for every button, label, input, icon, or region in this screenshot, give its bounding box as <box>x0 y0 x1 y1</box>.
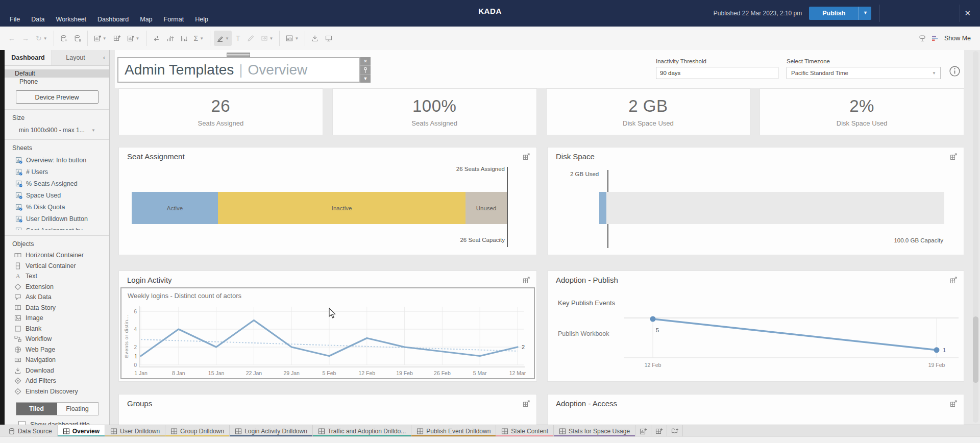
object-item-vertical-container[interactable]: Vertical Container <box>5 261 109 272</box>
new-dashboard-button[interactable] <box>111 31 123 46</box>
object-item-blank[interactable]: Blank <box>5 324 109 334</box>
object-item-horizontal-container[interactable]: Horizontal Container <box>5 250 109 261</box>
publish-button[interactable]: Publish ▼ <box>809 7 871 20</box>
size-dropdown[interactable]: min 1000x900 - max 1... ▼ <box>19 127 95 134</box>
sheet-item-disk-quota[interactable]: % Disk Quota <box>5 201 109 213</box>
tab-publish-event-drilldown[interactable]: Publish Event Drilldown <box>411 425 496 437</box>
menu-worksheet[interactable]: Worksheet <box>51 12 92 27</box>
go-to-sheet-icon[interactable] <box>523 400 530 407</box>
seat-segment-unused[interactable]: Unused <box>465 192 507 224</box>
tab-stale-content[interactable]: Stale Content <box>496 425 554 437</box>
replay-button[interactable]: ↻▼ <box>33 31 50 46</box>
new-story-button[interactable] <box>667 425 683 437</box>
inactivity-threshold-input[interactable] <box>656 67 778 79</box>
device-item-phone[interactable]: Phone <box>5 78 109 86</box>
swap-axes-button[interactable] <box>150 31 162 46</box>
vertical-scrollbar[interactable] <box>973 51 978 423</box>
panel-seat-assignment[interactable]: Seat Assignment 26 Seats Assigned Active… <box>118 147 537 255</box>
object-more-button[interactable]: ▼ <box>360 75 371 83</box>
add-data-button[interactable] <box>58 31 70 46</box>
timezone-dropdown[interactable]: Pacific Standard Time ▼ <box>787 67 941 79</box>
tab-login-activity-drilldown[interactable]: Login Activity Drilldown <box>230 425 313 437</box>
sheet-item-space-used[interactable]: Space Used <box>5 189 109 201</box>
sheet-item-seats-assigned[interactable]: % Seats Assigned <box>5 178 109 189</box>
tab-data-source[interactable]: Data Source <box>3 425 58 437</box>
go-to-sheet-icon[interactable] <box>523 153 530 160</box>
highlight-button[interactable]: ▼ <box>214 31 232 46</box>
presentation-flag-icon[interactable] <box>919 35 926 42</box>
go-to-sheet-icon[interactable] <box>950 277 957 284</box>
panel-adoption-publish[interactable]: Adoption - Publish Key Publish Events Pu… <box>547 270 964 382</box>
panel-adoption-access[interactable]: Adoption - Access <box>547 394 964 425</box>
close-icon[interactable]: ✕ <box>960 7 975 20</box>
clear-sheet-button[interactable]: ▼ <box>125 31 142 46</box>
sheet-item-user-drilldown-button[interactable]: User Drilldown Button <box>5 213 109 225</box>
device-item-default[interactable]: Default <box>5 69 109 78</box>
object-item-download[interactable]: Download <box>5 365 109 376</box>
floating-button[interactable]: Floating <box>57 403 98 415</box>
collapse-chevron-icon[interactable]: ‹ <box>99 50 109 65</box>
device-preview-button[interactable]: Device Preview <box>16 90 99 104</box>
sort-descending-button[interactable] <box>178 31 190 46</box>
edit-axis-button[interactable] <box>244 31 257 46</box>
fit-button[interactable]: ▼ <box>258 31 276 46</box>
disk-capacity-bar[interactable] <box>599 192 944 224</box>
object-item-data-story[interactable]: Data Story <box>5 303 109 313</box>
undo-button[interactable]: ← <box>6 31 18 46</box>
menu-data[interactable]: Data <box>26 12 50 27</box>
panel-disk-space[interactable]: Disk Space 2 GB Used 100.0 GB Capacity <box>547 147 964 255</box>
new-worksheet-button[interactable] <box>635 425 651 437</box>
seat-segment-active[interactable]: Active <box>132 192 218 224</box>
kpi-card-4[interactable]: 2%Disk Space Used <box>760 88 964 135</box>
show-me-icon[interactable] <box>932 35 939 42</box>
new-worksheet-button[interactable]: ▼ <box>91 31 109 46</box>
object-item-navigation[interactable]: Navigation <box>5 355 109 365</box>
tab-user-drilldown[interactable]: User Drilldown <box>105 425 165 437</box>
menu-help[interactable]: Help <box>189 12 214 27</box>
disk-used-bar[interactable] <box>599 192 606 224</box>
go-to-sheet-icon[interactable] <box>950 153 957 160</box>
panel-login-activity[interactable]: Login Activity Weekly logins - Distinct … <box>118 270 537 382</box>
text-label-button[interactable]: T <box>233 31 243 46</box>
publish-menu-caret-icon[interactable]: ▼ <box>859 7 871 20</box>
kpi-card-3[interactable]: 2 GBDisk Space Used <box>546 88 751 135</box>
show-cards-button[interactable]: ▼ <box>283 31 301 46</box>
go-to-sheet-icon[interactable] <box>950 400 957 407</box>
sheet-item-users[interactable]: # Users <box>5 166 109 178</box>
download-button[interactable] <box>309 31 321 46</box>
menu-map[interactable]: Map <box>134 12 158 27</box>
object-item-text[interactable]: AText <box>5 271 109 282</box>
object-item-einstein-discovery[interactable]: Einstein Discovery <box>5 386 109 397</box>
object-item-add-filters[interactable]: Add Filters <box>5 376 109 386</box>
kpi-card-2[interactable]: 100%Seats Assigned <box>332 88 537 135</box>
dashboard-title-object[interactable]: Admin Templates | Overview <box>117 57 360 83</box>
totals-button[interactable]: Σ▼ <box>191 31 207 46</box>
menu-file[interactable]: File <box>4 12 26 27</box>
tab-layout[interactable]: Layout <box>52 50 99 65</box>
object-item-ask-data[interactable]: Ask Data <box>5 292 109 303</box>
login-activity-chart-zone[interactable]: Weekly logins - Distinct count of actors… <box>120 287 535 379</box>
menu-dashboard[interactable]: Dashboard <box>92 12 134 27</box>
object-item-web-page[interactable]: Web Page <box>5 344 109 355</box>
tab-dashboard[interactable]: Dashboard <box>5 50 52 65</box>
remove-object-button[interactable]: ✕ <box>360 57 371 66</box>
scrollbar-thumb[interactable] <box>973 316 978 383</box>
new-dashboard-button[interactable] <box>651 425 667 437</box>
panel-groups[interactable]: Groups <box>118 394 537 425</box>
object-item-image[interactable]: Image <box>5 313 109 324</box>
publish-button-label[interactable]: Publish <box>809 7 859 20</box>
pause-data-button[interactable] <box>71 31 84 46</box>
sheet-item-overview-info-button[interactable]: Overview: Info button <box>5 154 109 166</box>
tiled-button[interactable]: Tiled <box>16 403 57 415</box>
show-me-label[interactable]: Show Me <box>944 35 971 42</box>
sheet-item-seat-assignment-by[interactable]: Seat Assignment by <box>5 225 109 230</box>
seat-segment-inactive[interactable]: Inactive <box>218 192 465 224</box>
menu-format[interactable]: Format <box>158 12 190 27</box>
sort-ascending-button[interactable] <box>164 31 176 46</box>
tab-overview[interactable]: Overview <box>58 425 105 437</box>
tab-group-drilldown[interactable]: Group Drilldown <box>165 425 230 437</box>
presentation-mode-button[interactable] <box>323 31 335 46</box>
tab-traffic-and-adoption-drilldo[interactable]: Traffic and Adoption Drilldo... <box>313 425 411 437</box>
kpi-card-1[interactable]: 26Seats Assigned <box>118 88 323 135</box>
tab-stats-for-space-usage[interactable]: Stats for Space Usage <box>554 425 635 437</box>
